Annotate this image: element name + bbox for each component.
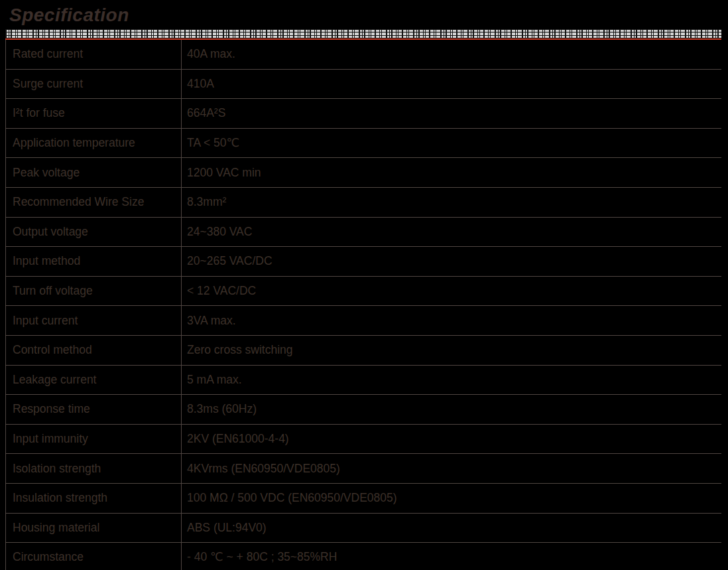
spec-value: 5 mA max.: [182, 365, 722, 395]
spec-row: Isolation strength 4KVrms (EN60950/VDE08…: [6, 454, 722, 484]
spec-value: Zero cross switching: [182, 335, 722, 365]
spec-label: Turn off voltage: [6, 276, 182, 306]
spec-label: Recommended Wire Size: [6, 187, 182, 217]
spec-row: Input immunity 2KV (EN61000-4-4): [6, 424, 722, 454]
spec-row: Leakage current 5 mA max.: [6, 365, 722, 395]
spec-row: Response time 8.3ms (60Hz): [6, 395, 722, 425]
spec-row: Control method Zero cross switching: [6, 335, 722, 365]
spec-value: - 40 ℃ ~ + 80C ; 35~85%RH: [182, 543, 722, 570]
spec-label: Response time: [6, 395, 182, 425]
spec-row: Circumstance - 40 ℃ ~ + 80C ; 35~85%RH: [6, 543, 722, 570]
spec-label: Rated current: [6, 40, 182, 69]
spec-row: Rated current 40A max.: [6, 40, 722, 69]
spec-row: Surge current 410A: [6, 69, 722, 99]
spec-sheet-page: Specification Rated current 40A max. Sur…: [0, 0, 728, 570]
specification-table-body: Rated current 40A max. Surge current 410…: [6, 40, 722, 570]
specification-table: Rated current 40A max. Surge current 410…: [5, 40, 721, 570]
barcode-divider: [5, 29, 721, 38]
spec-value: 40A max.: [182, 40, 722, 69]
spec-value: 2KV (EN61000-4-4): [182, 424, 722, 454]
spec-row: Input method 20~265 VAC/DC: [6, 247, 722, 277]
spec-row: Insulation strength 100 MΩ / 500 VDC (EN…: [6, 483, 722, 513]
spec-value: 8.3mm²: [182, 187, 722, 217]
spec-label: Input immunity: [6, 424, 182, 454]
spec-row: Output voltage 24~380 VAC: [6, 217, 722, 247]
spec-label: Control method: [6, 335, 182, 365]
spec-label: Isolation strength: [6, 454, 182, 484]
spec-label: Input method: [6, 247, 182, 277]
spec-label: Application temperature: [6, 128, 182, 158]
spec-value: TA < 50℃: [182, 128, 722, 158]
spec-value: 100 MΩ / 500 VDC (EN60950/VDE0805): [182, 483, 722, 513]
spec-row: Housing material ABS (UL:94V0): [6, 513, 722, 543]
spec-row: Recommended Wire Size 8.3mm²: [6, 187, 722, 217]
spec-value: 8.3ms (60Hz): [182, 395, 722, 425]
spec-value: 1200 VAC min: [182, 158, 722, 188]
spec-label: Peak voltage: [6, 158, 182, 188]
spec-row: Input current 3VA max.: [6, 306, 722, 336]
spec-row: Peak voltage 1200 VAC min: [6, 158, 722, 188]
spec-value: 24~380 VAC: [182, 217, 722, 247]
spec-label: Housing material: [6, 513, 182, 543]
spec-row: Turn off voltage < 12 VAC/DC: [6, 276, 722, 306]
spec-label: Insulation strength: [6, 483, 182, 513]
spec-value: 3VA max.: [182, 306, 722, 336]
spec-value: 410A: [182, 69, 722, 99]
spec-row: I²t for fuse 664A²S: [6, 99, 722, 129]
spec-value: 4KVrms (EN60950/VDE0805): [182, 454, 722, 484]
spec-row: Application temperature TA < 50℃: [6, 128, 722, 158]
spec-value: 20~265 VAC/DC: [182, 247, 722, 277]
spec-label: Output voltage: [6, 217, 182, 247]
spec-value: ABS (UL:94V0): [182, 513, 722, 543]
spec-label: Input current: [6, 306, 182, 336]
spec-value: < 12 VAC/DC: [182, 276, 722, 306]
spec-label: I²t for fuse: [6, 99, 182, 129]
spec-value: 664A²S: [182, 99, 722, 129]
page-title: Specification: [0, 0, 728, 26]
spec-label: Circumstance: [6, 543, 182, 570]
spec-label: Surge current: [6, 69, 182, 99]
spec-label: Leakage current: [6, 365, 182, 395]
